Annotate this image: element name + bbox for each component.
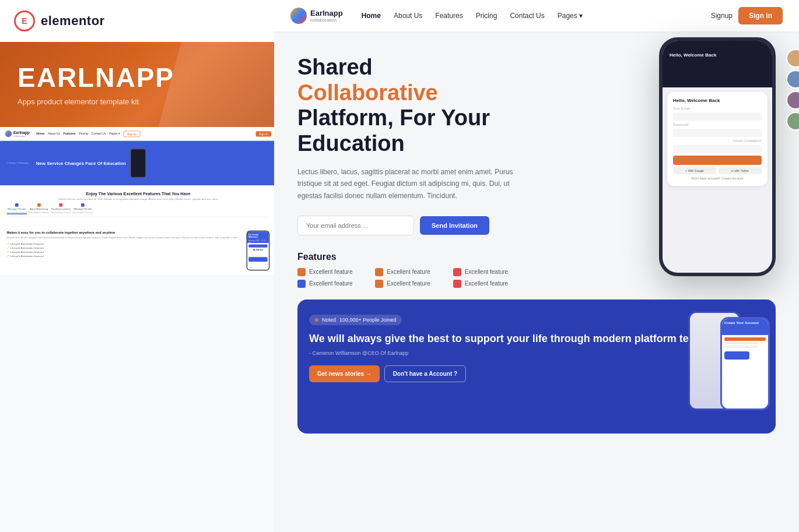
phone-comment-input — [673, 145, 762, 153]
feat-item-4: Excellent feature — [297, 280, 375, 288]
mini-signup-button[interactable]: Signup — [124, 131, 141, 137]
phone-login-button[interactable] — [673, 156, 762, 165]
hero-features: Features Excellent feature Excellent fea… — [297, 252, 531, 288]
banner-section: EARLNAPP Apps product elementor template… — [0, 42, 274, 127]
signin-button[interactable]: Sign in — [738, 7, 783, 24]
mini-feat-tabs: Manage Friends New Release Feature Apps … — [7, 203, 270, 217]
mini-collab-item-3: Lifecycle Automation featured — [7, 250, 243, 253]
mini-nav-pricing[interactable]: Pricing — [79, 132, 87, 135]
mini-feat-tab-4[interactable]: Manage Friends New Release Feature — [73, 203, 93, 214]
mini-features-section: Enjoy The Various Excellent Features Tha… — [0, 185, 274, 227]
hero-title-line4: Education — [297, 131, 405, 156]
features-grid: Excellent feature Excellent feature Exce… — [297, 268, 531, 288]
mini-collab-item-1: Lifecycle Automation featured — [7, 242, 243, 245]
elementor-brand-name: elementor — [41, 13, 105, 29]
banner-subtitle: Apps product elementor template kit — [17, 97, 257, 106]
feat-item-3: Excellent feature — [453, 268, 531, 276]
phone-notch — [700, 41, 735, 48]
mini-hero-section: ⌂ Home > Features New Service Changes Fa… — [0, 140, 274, 185]
mini-phone-image — [130, 148, 146, 177]
mini-hero-text: New Service Changes Face Of Education — [36, 160, 126, 165]
mini-nav-contact[interactable]: Contact Us — [91, 132, 106, 135]
feat-label-5: Excellent feature — [387, 280, 430, 287]
app-nav: Home About Us Features Pricing Contact U… — [362, 12, 583, 20]
feat-item-2: Excellent feature — [375, 268, 453, 276]
cta-news-button[interactable]: Get news stories → — [309, 365, 380, 382]
mini-logo-icon — [5, 130, 12, 137]
phone-create-account[interactable]: Don't have account? Create Account — [673, 177, 762, 180]
mini-signin-button[interactable]: Sign in — [255, 131, 271, 136]
send-invitation-button[interactable]: Send Invitation — [420, 216, 489, 235]
bottom-section: Noted 100,000+ People Joined We will alw… — [274, 300, 799, 445]
nav-about[interactable]: About Us — [394, 12, 422, 20]
cta-badge-dot — [315, 318, 318, 322]
app-logo-sub: collaboration — [310, 17, 343, 23]
mini-phone2-image: Dr. Herida Walstrom Monday, 10:00 - 10:3… — [247, 230, 270, 270]
phone-frame: Hello, Welcome Back Hello, Welcome Back … — [659, 37, 776, 276]
mini-features-sub: Ultrices rhoncus quam faucibus sit. Duis… — [7, 198, 270, 200]
mini-features-title: Enjoy The Various Excellent Features Tha… — [7, 191, 270, 196]
nav-features[interactable]: Features — [435, 12, 462, 20]
feat-item-1: Excellent feature — [297, 268, 375, 276]
phone-social-row: + With Google ⊳ with Twitter — [673, 167, 762, 174]
app-logo-name: Earlnapp — [310, 9, 343, 17]
banner-title: EARLNAPP — [17, 63, 257, 93]
avatar-4 — [786, 112, 799, 131]
mini-collab-section: Makes it easy for you to collaborate tog… — [0, 226, 274, 274]
phone-password-input — [673, 129, 762, 137]
elementor-logo-icon: E — [14, 10, 35, 31]
mini-collab-text: Makes it easy for you to collaborate tog… — [7, 230, 243, 270]
mini-hero-title: New Service Changes Face Of Education — [36, 160, 126, 165]
mini-collab-sub: Bravida sem dui nam aliquam enim dictum … — [7, 236, 243, 239]
feat-label-4: Excellent feature — [309, 280, 353, 287]
hero-email-input[interactable] — [297, 216, 414, 235]
mini-logo-name: Earlnapp — [13, 130, 30, 134]
feat-item-5: Excellent feature — [375, 280, 453, 288]
nav-home[interactable]: Home — [362, 12, 381, 20]
hero-content: Shared Collaborative Platform, For Your … — [297, 55, 531, 288]
phone-email-input — [673, 112, 762, 121]
phone-avatars — [786, 49, 799, 131]
mini-feat-tab-1[interactable]: Manage Friends New Release Feature — [7, 203, 27, 214]
feat-icon-2 — [375, 268, 383, 276]
cta-phone-front-screen: Create Your Account — [722, 319, 768, 408]
nav-contact[interactable]: Contact Us — [510, 12, 544, 20]
mini-feat-tab-3[interactable]: Tracking Location New Release Feature — [51, 203, 71, 214]
preview-area: Earlnapp collaboration Home About Us Fea… — [0, 127, 274, 532]
left-panel: E elementor EARLNAPP Apps product elemen… — [0, 0, 274, 532]
feat-label-6: Excellent feature — [465, 280, 509, 287]
mini-logo-sub: collaboration — [13, 135, 30, 137]
nav-pages[interactable]: Pages ▾ — [558, 12, 583, 20]
mini-nav-pages[interactable]: Pages ▾ — [109, 132, 120, 135]
hero-title-line1: Shared — [297, 55, 373, 79]
mini-breadcrumb: ⌂ Home > Features — [7, 161, 29, 164]
mini-nav-features[interactable]: Features — [64, 132, 76, 135]
app-logo-icon — [290, 8, 307, 24]
mini-feat-tab-2[interactable]: Apps Monitoring New Release Feature — [29, 203, 49, 214]
hero-title: Shared Collaborative Platform, For Your … — [297, 55, 531, 157]
avatar-1 — [786, 49, 799, 68]
feat-label-1: Excellent feature — [309, 269, 353, 275]
hero-description: Lectus libero, lacus, sagittis placerat … — [297, 166, 531, 202]
phone-screen: Hello, Welcome Back Hello, Welcome Back … — [663, 41, 772, 273]
phone-your-email-label: Your Email — [673, 107, 762, 110]
nav-pricing[interactable]: Pricing — [476, 12, 497, 20]
mini-navbar: Earlnapp collaboration Home About Us Fea… — [0, 127, 274, 141]
mini-collab-item-4: Lifecycle Automation featured — [7, 254, 243, 258]
phone-login-title: Hello, Welcome Back — [673, 98, 762, 103]
phone-twitter-btn[interactable]: ⊳ with Twitter — [719, 167, 762, 174]
mini-nav-about[interactable]: About Us — [48, 132, 60, 135]
hero-email-row: Send Invitation — [297, 216, 531, 235]
mini-collab-title: Makes it easy for you to collaborate tog… — [7, 230, 243, 234]
right-panel: Earlnapp collaboration Home About Us Fea… — [274, 0, 799, 532]
feat-icon-1 — [297, 268, 306, 276]
signup-link[interactable]: Signup — [711, 12, 733, 20]
mini-collab-item-2: Lifecycle Automation featured — [7, 246, 243, 249]
feat-icon-6 — [453, 280, 461, 288]
cta-badge-joined: 100,000+ People Joined — [339, 317, 396, 323]
cta-account-button[interactable]: Don't have a Account ? — [384, 365, 466, 382]
phone-login-card: Hello, Welcome Back Your Email Password … — [667, 92, 768, 186]
elementor-header: E elementor — [0, 0, 119, 42]
mini-nav-home[interactable]: Home — [36, 132, 44, 135]
phone-google-btn[interactable]: + With Google — [673, 167, 716, 174]
